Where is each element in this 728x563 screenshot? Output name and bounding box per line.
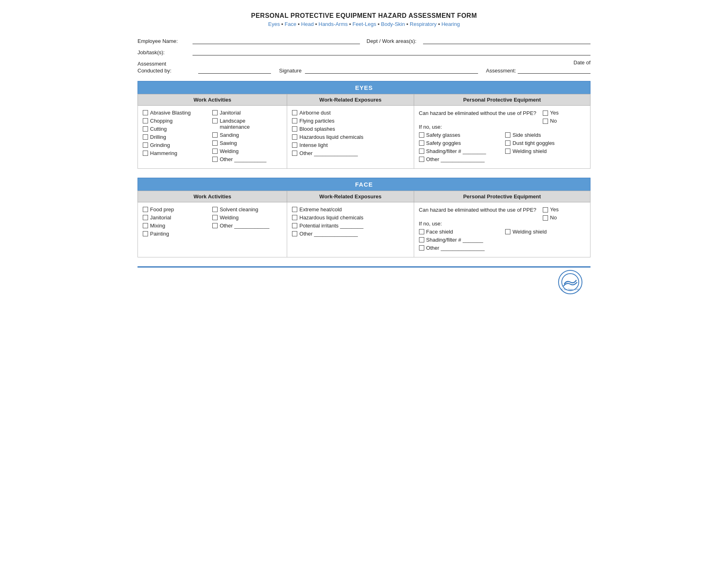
checkbox[interactable] [419,245,424,251]
list-item: Flying particles [292,118,408,124]
checkbox[interactable] [143,223,148,228]
list-item: Other _______________ [292,231,408,237]
checkbox[interactable] [292,110,297,115]
jobtask-input[interactable] [193,48,590,55]
checkbox[interactable] [143,215,148,220]
checkbox[interactable] [143,151,148,156]
face-ppe-ifno-label: If no, use: [419,221,585,227]
form-fields: Employee Name: Dept / Work areas(s): Job… [138,37,590,74]
svg-text:UC San Diego · EH&S: UC San Diego · EH&S [561,288,580,291]
face-col2-header: Work-Related Exposures [287,191,414,202]
jobtask-label: Job/task(s): [138,49,186,55]
checkbox[interactable] [143,126,148,132]
list-item: Janitorial [212,110,282,116]
list-item: Other _______________ [419,156,499,162]
checkbox[interactable] [292,231,297,236]
list-item: Other _______________ [292,150,408,156]
eyes-col2-header: Work-Related Exposures [287,94,414,106]
checkbox[interactable] [292,118,297,123]
checkbox[interactable] [143,134,148,140]
list-item: Potential irritants ________ [292,223,408,229]
checkbox[interactable] [143,142,148,148]
checkbox[interactable] [212,110,218,115]
ppe-ifno-label: If no, use: [419,124,585,130]
list-item: Janitorial [143,215,212,221]
eyes-work-activities: Abrasive Blasting Chopping Cutting Drill… [138,106,287,169]
list-item: Sanding [212,132,282,138]
eyes-table: EYES Work Activities Work-Related Exposu… [138,81,590,169]
checkbox[interactable] [292,223,297,228]
checkbox[interactable] [505,140,510,146]
checkbox[interactable] [292,134,297,140]
checkbox[interactable] [212,140,218,146]
checkbox[interactable] [143,110,148,115]
list-item: Other ___________ [212,156,282,162]
eyes-exposures: Airborne dust Flying particles Blood spl… [287,106,414,169]
checkbox[interactable] [505,229,510,234]
list-item: Blood splashes [292,126,408,132]
checkbox[interactable] [292,207,297,212]
list-item: Solvent cleaning [212,206,282,212]
checkbox[interactable] [419,157,424,162]
checkbox[interactable] [292,142,297,148]
list-item: Extreme heat/cold [292,206,408,212]
list-item: Welding [212,148,282,154]
checkbox[interactable] [212,149,218,154]
checkbox[interactable] [505,132,510,138]
checkbox[interactable] [419,149,424,154]
signature-input[interactable] [305,66,478,74]
signature-wrap: Signature [279,66,478,74]
checkbox[interactable] [143,231,148,236]
list-item: Food prep [143,206,212,212]
assessment-row: Assessment Conducted by: Signature Date … [138,59,590,74]
list-item: Face shield [419,229,499,235]
assessment-conducted-label: Assessment Conducted by: [138,61,190,74]
list-item: Shading/filter # _______ [419,237,499,243]
checkbox[interactable] [419,132,424,138]
checkbox[interactable] [292,215,297,220]
checkbox[interactable] [419,237,424,242]
assessment-conducted-input[interactable] [198,66,271,74]
list-item: Other _______________ [419,245,499,251]
checkbox[interactable] [212,223,218,228]
list-item: Mixing [143,223,212,229]
checkbox[interactable] [543,207,548,212]
list-item: Intense light [292,142,408,148]
list-item: Dust tight goggles [505,140,585,146]
list-item: Drilling [143,134,212,140]
eyes-ppe: Can hazard be eliminated without the use… [414,106,590,169]
list-item: Chopping [143,118,212,124]
checkbox[interactable] [419,140,424,146]
checkbox[interactable] [212,207,218,212]
list-item: Hammering [143,150,212,156]
checkbox[interactable] [212,118,218,123]
checkbox[interactable] [419,229,424,234]
subtitle-respiratory: Respiratory [410,21,436,27]
checkbox[interactable] [143,207,148,212]
logo-svg: UC San Diego · EH&S [561,273,580,291]
checkbox[interactable] [543,215,548,221]
checkbox[interactable] [292,151,297,156]
face-col3-header: Personal Protective Equipment [414,191,590,202]
list-item: Welding shield [505,148,585,154]
list-item: Landscapemaintenance [212,118,282,130]
checkbox[interactable] [543,110,548,116]
checkbox[interactable] [505,149,510,154]
footer: UC San Diego · EH&S [138,266,590,294]
checkbox[interactable] [212,157,218,162]
face-col1-header: Work Activities [138,191,287,202]
list-item: Hazardous liquid chemicals [292,215,408,221]
page-title: PERSONAL PROTECTIVE EQUIPMENT HAZARD ASS… [138,12,590,19]
list-item: Other ____________ [212,223,282,229]
dept-label: Dept / Work areas(s): [366,38,416,44]
subtitle-feetlegs: Feet-Legs [353,21,377,27]
checkbox[interactable] [543,119,548,124]
checkbox[interactable] [212,132,218,138]
face-section-header: FACE [138,178,590,191]
checkbox[interactable] [143,118,148,123]
dept-input[interactable] [423,37,590,44]
checkbox[interactable] [292,126,297,132]
date-input[interactable] [518,66,590,74]
employee-name-input[interactable] [193,37,360,44]
checkbox[interactable] [212,215,218,220]
